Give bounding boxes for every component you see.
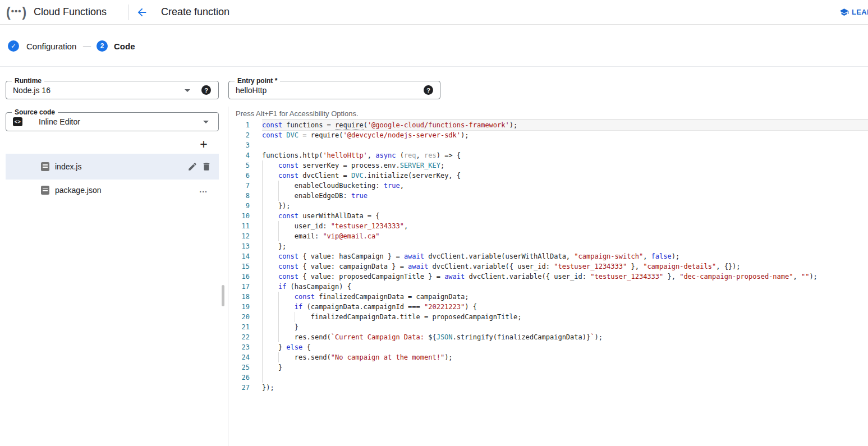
code-line-content[interactable]: }); bbox=[262, 383, 868, 393]
code-line-content[interactable]: finalizedCampaignData.title = proposedCa… bbox=[262, 312, 868, 322]
step-configuration[interactable]: ✓ Configuration bbox=[8, 40, 76, 52]
step-connector: — bbox=[83, 42, 91, 50]
entry-point-field: Entry point * ? bbox=[228, 81, 440, 99]
code-line-content[interactable]: email: "vip@email.ca" bbox=[262, 231, 868, 241]
file-item-index.js[interactable]: index.js bbox=[6, 154, 219, 180]
entry-point-help-icon[interactable]: ? bbox=[424, 85, 433, 95]
line-number: 2 bbox=[236, 130, 250, 140]
code-line-content[interactable]: const dvcClient = DVC.initialize(serverK… bbox=[262, 171, 868, 181]
code-line[interactable]: 16 const { value: proposedCampaignTitle … bbox=[236, 272, 868, 282]
indent-guide bbox=[262, 342, 263, 352]
code-line[interactable]: 7 enableCloudBucketing: true, bbox=[236, 181, 868, 191]
indent-guide bbox=[262, 302, 263, 312]
indent-guide bbox=[262, 251, 263, 261]
code-line-content[interactable]: const { value: proposedCampaignTitle } =… bbox=[262, 272, 868, 282]
file-more-button[interactable]: ... bbox=[199, 185, 208, 194]
code-line-content[interactable]: const DVC = require('@devcycle/nodejs-se… bbox=[262, 130, 868, 140]
file-item-package.json[interactable]: package.json... bbox=[6, 180, 219, 201]
source-code-select[interactable]: Source code <> Inline Editor bbox=[6, 112, 219, 131]
indent-guide bbox=[278, 221, 279, 231]
code-line-content[interactable]: const { value: hasCampaign } = await dvc… bbox=[262, 251, 868, 261]
file-icon bbox=[41, 162, 49, 171]
panel-scrollbar[interactable] bbox=[222, 285, 224, 306]
code-line[interactable]: 26 bbox=[236, 373, 868, 383]
code-line[interactable]: 13 }; bbox=[236, 241, 868, 251]
runtime-help-icon[interactable]: ? bbox=[201, 85, 211, 95]
code-line[interactable]: 17 if (hasCampaign) { bbox=[236, 282, 868, 292]
code-line[interactable]: 5 const serverKey = process.env.SERVER_K… bbox=[236, 160, 868, 171]
code-line[interactable]: 15 const { value: campaignData } = await… bbox=[236, 261, 868, 272]
code-line[interactable]: 8 enableEdgeDB: true bbox=[236, 191, 868, 201]
runtime-value: Node.js 16 bbox=[13, 81, 50, 99]
code-line-content[interactable]: enableCloudBucketing: true, bbox=[262, 181, 868, 191]
learn-link[interactable]: LEARN bbox=[839, 7, 868, 17]
code-line[interactable]: 19 if (campaignData.campaignId === "2022… bbox=[236, 302, 868, 312]
code-line[interactable]: 25 } bbox=[236, 362, 868, 373]
code-line-content[interactable]: res.send(`Current Campaign Data: ${JSON.… bbox=[262, 332, 868, 342]
code-line-content[interactable] bbox=[262, 373, 868, 383]
line-number: 11 bbox=[236, 221, 250, 231]
code-line-content[interactable]: const serverKey = process.env.SERVER_KEY… bbox=[262, 160, 868, 171]
code-line[interactable]: 1const functions = require('@google-clou… bbox=[236, 120, 868, 130]
indent-guide bbox=[262, 171, 263, 181]
code-line[interactable]: 9 }); bbox=[236, 201, 868, 211]
code-line-content[interactable]: user_id: "testuser_1234333", bbox=[262, 221, 868, 231]
code-line[interactable]: 18 const finalizedCampaignData = campaig… bbox=[236, 292, 868, 302]
code-line-content[interactable]: } else { bbox=[262, 342, 868, 352]
code-line[interactable]: 11 user_id: "testuser_1234333", bbox=[236, 221, 868, 231]
code-line-content[interactable]: } bbox=[262, 362, 868, 373]
indent-guide bbox=[278, 312, 279, 322]
code-line-content[interactable]: }); bbox=[262, 201, 868, 211]
line-number: 1 bbox=[236, 120, 250, 130]
code-line-content[interactable]: if (hasCampaign) { bbox=[262, 282, 868, 292]
code-line[interactable]: 27}); bbox=[236, 383, 868, 393]
code-line[interactable]: 14 const { value: hasCampaign } = await … bbox=[236, 251, 868, 261]
line-number: 27 bbox=[236, 383, 250, 393]
code-line-content[interactable]: }; bbox=[262, 241, 868, 251]
code-line-content[interactable]: res.send("No campaign at the moment!"); bbox=[262, 352, 868, 362]
code-line[interactable]: 20 finalizedCampaignData.title = propose… bbox=[236, 312, 868, 322]
back-button[interactable] bbox=[136, 6, 148, 19]
stepper: ✓ Configuration — 2 Code bbox=[0, 25, 868, 67]
header-divider bbox=[128, 4, 129, 20]
indent-guide bbox=[262, 332, 263, 342]
indent-guide bbox=[262, 272, 263, 282]
line-number: 5 bbox=[236, 160, 250, 171]
line-number: 7 bbox=[236, 181, 250, 191]
entry-point-input[interactable] bbox=[236, 82, 404, 98]
indent-guide bbox=[262, 160, 263, 171]
graduation-cap-icon bbox=[839, 7, 849, 17]
code-line-content[interactable]: const functions = require('@google-cloud… bbox=[262, 120, 868, 130]
delete-file-button[interactable] bbox=[201, 162, 212, 172]
indent-guide bbox=[262, 292, 263, 302]
edit-file-button[interactable] bbox=[187, 162, 198, 172]
code-line[interactable]: 3 bbox=[236, 140, 868, 150]
indent-guide bbox=[278, 302, 279, 312]
code-line-content[interactable]: const { value: campaignData } = await dv… bbox=[262, 261, 868, 272]
code-line[interactable]: 21 } bbox=[236, 322, 868, 332]
code-line[interactable]: 2const DVC = require('@devcycle/nodejs-s… bbox=[236, 130, 868, 140]
indent-guide bbox=[262, 282, 263, 292]
code-line[interactable]: 4functions.http('helloHttp', async (req,… bbox=[236, 150, 868, 160]
add-file-button[interactable]: + bbox=[196, 137, 211, 151]
code-line-content[interactable]: const finalizedCampaignData = campaignDa… bbox=[262, 292, 868, 302]
line-number: 17 bbox=[236, 282, 250, 292]
code-line[interactable]: 6 const dvcClient = DVC.initialize(serve… bbox=[236, 171, 868, 181]
runtime-select[interactable]: Runtime Node.js 16 ? bbox=[6, 81, 219, 99]
code-line-content[interactable]: if (campaignData.campaignId === "2022122… bbox=[262, 302, 868, 312]
code-line-content[interactable] bbox=[262, 140, 868, 150]
code-line-content[interactable]: } bbox=[262, 322, 868, 332]
line-number: 6 bbox=[236, 171, 250, 181]
code-line-content[interactable]: enableEdgeDB: true bbox=[262, 191, 868, 201]
code-line-content[interactable]: const userWithAllData = { bbox=[262, 211, 868, 221]
code-line[interactable]: 22 res.send(`Current Campaign Data: ${JS… bbox=[236, 332, 868, 342]
code-editor[interactable]: 1const functions = require('@google-clou… bbox=[236, 120, 868, 393]
code-line[interactable]: 24 res.send("No campaign at the moment!"… bbox=[236, 352, 868, 362]
code-line[interactable]: 10 const userWithAllData = { bbox=[236, 211, 868, 221]
code-line[interactable]: 23 } else { bbox=[236, 342, 868, 352]
line-number: 16 bbox=[236, 272, 250, 282]
code-line-content[interactable]: functions.http('helloHttp', async (req, … bbox=[262, 150, 868, 160]
code-line[interactable]: 12 email: "vip@email.ca" bbox=[236, 231, 868, 241]
step-code[interactable]: 2 Code bbox=[97, 40, 135, 52]
indent-guide bbox=[278, 191, 279, 201]
